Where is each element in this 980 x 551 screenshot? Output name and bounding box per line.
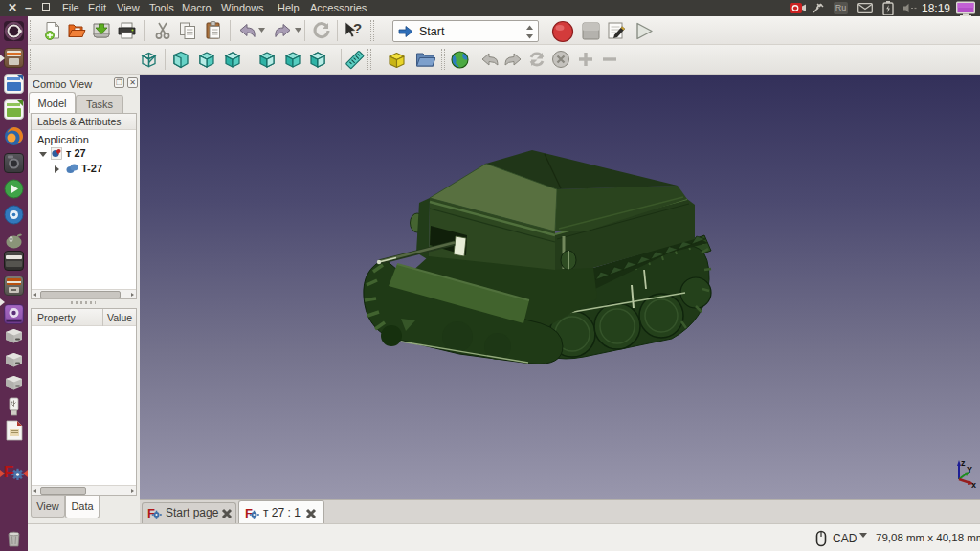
- svg-text:F: F: [245, 506, 253, 520]
- svg-text:F: F: [147, 506, 155, 520]
- svg-text:?: ?: [353, 20, 362, 36]
- svg-text:z: z: [961, 458, 966, 468]
- svg-text:F: F: [4, 463, 13, 481]
- svg-text:Y: Y: [967, 465, 972, 474]
- svg-text:x: x: [971, 480, 976, 490]
